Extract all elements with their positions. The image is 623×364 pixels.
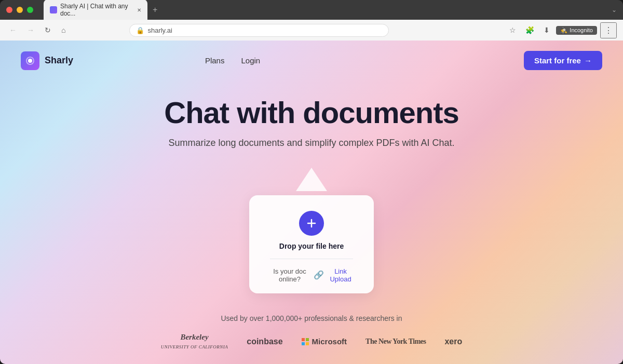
plans-link[interactable]: Plans — [205, 56, 225, 65]
incognito-label: Incognito — [570, 27, 593, 33]
nav-bar: ← → ↻ ⌂ 🔒 sharly.ai ☆ 🧩 ⬇ 🕵 Incognito ⋮ — [0, 20, 623, 41]
more-button[interactable]: ⋮ — [600, 22, 617, 38]
hero-subtitle: Summarize long documents and simplify co… — [168, 138, 454, 149]
logo-svg — [25, 56, 35, 66]
svg-point-0 — [28, 59, 32, 63]
upload-arrow — [291, 165, 332, 196]
upload-link-row: Is your doc online? 🔗 Link Upload — [270, 267, 353, 283]
ms-cell-2 — [306, 338, 309, 341]
nav-links: Plans Login — [205, 56, 260, 65]
expand-icon: ⌄ — [612, 6, 617, 14]
home-button[interactable]: ⌂ — [58, 24, 69, 36]
logo-icon — [21, 51, 39, 70]
link-icon: 🔗 — [314, 270, 324, 280]
start-free-button[interactable]: Start for free → — [524, 51, 602, 70]
link-upload-button[interactable]: Link Upload — [328, 267, 353, 283]
tab-favicon — [50, 6, 57, 14]
ms-cell-1 — [302, 338, 305, 341]
tab-title: Sharly AI | Chat with any doc... — [60, 3, 132, 17]
ms-cell-3 — [302, 342, 305, 345]
reload-button[interactable]: ↻ — [42, 24, 54, 36]
xero-logo: xero — [444, 337, 462, 346]
logo-text: Sharly — [45, 55, 73, 66]
minimize-button[interactable] — [17, 7, 23, 13]
hero-title: Chat with documents — [164, 96, 458, 129]
site-nav: Sharly Plans Login Start for free → — [0, 41, 623, 80]
incognito-badge: 🕵 Incognito — [556, 26, 597, 35]
cta-label: Start for free — [534, 56, 581, 65]
forward-button[interactable]: → — [24, 24, 37, 36]
brand-logos: BerkeleyUNIVERSITY OF CALIFORNIA coinbas… — [161, 333, 463, 350]
ms-cell-4 — [306, 342, 309, 345]
lock-icon: 🔒 — [136, 26, 144, 34]
incognito-icon: 🕵 — [560, 27, 567, 34]
hero-section: Chat with documents Summarize long docum… — [0, 80, 623, 364]
page-content: Sharly Plans Login Start for free → Chat… — [0, 41, 623, 364]
logo-link[interactable]: Sharly — [21, 51, 73, 70]
upload-container: Drop your file here Is your doc online? … — [249, 165, 374, 293]
tab-bar: Sharly AI | Chat with any doc... ✕ + — [44, 0, 607, 20]
url-display: sharly.ai — [147, 26, 172, 34]
cta-arrow: → — [584, 56, 592, 65]
plus-icon — [305, 217, 318, 230]
tab-close-icon[interactable]: ✕ — [137, 7, 141, 13]
gradient-background: Sharly Plans Login Start for free → Chat… — [0, 41, 623, 364]
link-question: Is your doc online? — [270, 267, 309, 283]
bookmark-button[interactable]: ☆ — [506, 24, 519, 36]
microsoft-grid-icon — [302, 338, 309, 345]
berkeley-logo: BerkeleyUNIVERSITY OF CALIFORNIA — [161, 333, 228, 350]
extensions-button[interactable]: 🧩 — [522, 24, 537, 36]
arrow-svg — [291, 165, 332, 196]
upload-box[interactable]: Drop your file here Is your doc online? … — [249, 195, 374, 293]
upload-plus-button[interactable] — [299, 211, 324, 236]
nav-actions: ☆ 🧩 ⬇ 🕵 Incognito ⋮ — [506, 22, 617, 38]
browser-window: Sharly AI | Chat with any doc... ✕ + ⌄ ←… — [0, 0, 623, 364]
login-link[interactable]: Login — [241, 56, 260, 65]
maximize-button[interactable] — [27, 7, 33, 13]
social-proof-text: Used by over 1,000,000+ professionals & … — [161, 314, 463, 322]
active-tab[interactable]: Sharly AI | Chat with any doc... ✕ — [44, 0, 147, 20]
drop-text: Drop your file here — [279, 242, 344, 250]
profile-button[interactable]: ⬇ — [540, 24, 553, 36]
address-bar[interactable]: 🔒 sharly.ai — [129, 24, 389, 37]
coinbase-logo: coinbase — [247, 337, 282, 346]
upload-divider — [270, 259, 353, 259]
microsoft-logo: Microsoft — [302, 337, 347, 346]
title-bar: Sharly AI | Chat with any doc... ✕ + ⌄ — [0, 0, 623, 20]
social-proof-section: Used by over 1,000,000+ professionals & … — [161, 314, 463, 364]
back-button[interactable]: ← — [6, 24, 20, 36]
close-button[interactable] — [6, 7, 12, 13]
new-tab-button[interactable]: + — [150, 4, 160, 16]
nyt-logo: The New York Times — [365, 338, 426, 346]
